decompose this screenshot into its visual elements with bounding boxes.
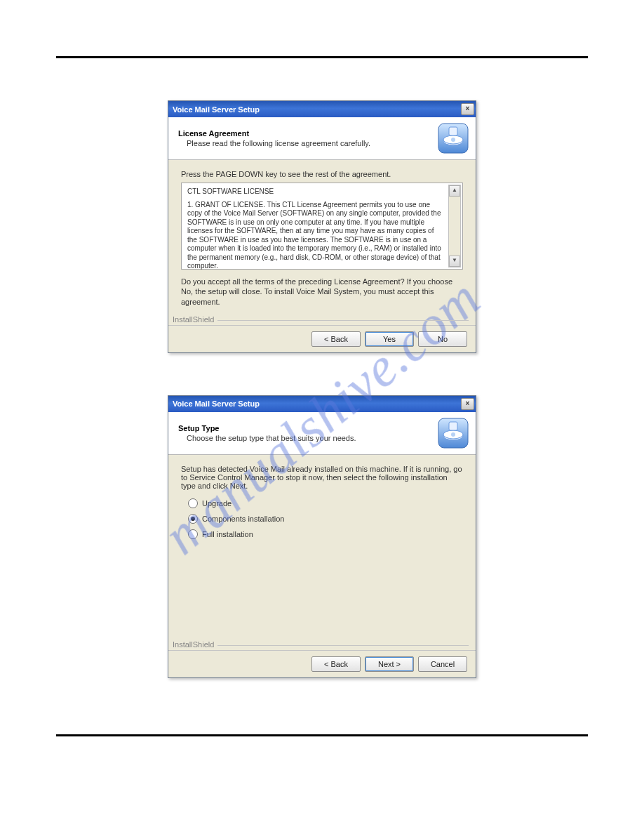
close-icon[interactable]: × [461,398,474,410]
radio-icon[interactable] [188,498,198,508]
header-subtitle: Choose the setup type that best suits yo… [187,434,356,442]
next-button[interactable]: Next > [365,656,414,672]
installer-disc-icon [438,418,469,449]
radio-label: Full installation [202,530,253,538]
installshield-brand: InstallShield [168,640,476,650]
radio-icon[interactable] [188,529,198,539]
license-body-text: 1. GRANT OF LICENSE. This CTL License Ag… [187,201,443,271]
scroll-down-icon[interactable]: ▼ [449,256,460,267]
svg-rect-9 [449,422,457,430]
header-title: Setup Type [178,424,356,432]
back-button[interactable]: < Back [311,656,361,672]
yes-button[interactable]: Yes [365,331,414,347]
svg-point-8 [451,432,455,437]
scroll-up-icon[interactable]: ▲ [449,185,460,197]
radio-label: Components installation [202,515,284,523]
radio-item-components[interactable]: Components installation [188,514,463,524]
titlebar[interactable]: Voice Mail Server Setup × [168,101,476,117]
installshield-brand: InstallShield [168,315,476,325]
radio-label: Upgrade [202,499,232,508]
dialog-body: Press the PAGE DOWN key to see the rest … [168,160,476,315]
accept-question-text: Do you accept all the terms of the prece… [181,277,463,307]
wizard-header: License Agreement Please read the follow… [168,117,476,160]
page-down-instruction: Press the PAGE DOWN key to see the rest … [181,170,463,178]
top-horizontal-rule [56,56,588,58]
scrollbar[interactable]: ▲ ▼ [448,185,461,267]
installer-disc-icon [438,123,469,154]
license-agreement-dialog: Voice Mail Server Setup × License Agreem… [168,100,476,353]
titlebar[interactable]: Voice Mail Server Setup × [168,396,476,412]
radio-item-upgrade[interactable]: Upgrade [188,498,463,508]
license-text-box[interactable]: CTL SOFTWARE LICENSE 1. GRANT OF LICENSE… [181,183,463,270]
radio-item-full[interactable]: Full installation [188,529,463,539]
window-title: Voice Mail Server Setup [173,105,260,114]
close-icon[interactable]: × [461,103,474,115]
document-page: Voice Mail Server Setup × License Agreem… [0,0,644,764]
install-type-radio-group: Upgrade Components installation Full ins… [188,498,463,539]
radio-icon[interactable] [188,514,198,524]
back-button[interactable]: < Back [311,331,361,347]
dialog-body: Setup has detected Voice Mail already in… [168,455,476,640]
license-heading: CTL SOFTWARE LICENSE [187,187,443,197]
wizard-header: Setup Type Choose the setup type that be… [168,412,476,455]
setup-type-dialog: Voice Mail Server Setup × Setup Type Cho… [168,395,476,678]
body-spacer [181,545,463,636]
button-row: < Back Yes No [168,325,476,352]
svg-rect-4 [449,127,457,135]
bottom-horizontal-rule [56,734,588,736]
header-title: License Agreement [178,129,370,138]
detected-installed-instruction: Setup has detected Voice Mail already in… [181,465,463,490]
header-subtitle: Please read the following license agreem… [187,139,370,147]
button-row: < Back Next > Cancel [168,650,476,677]
window-title: Voice Mail Server Setup [173,399,260,408]
svg-point-3 [451,138,455,142]
no-button[interactable]: No [418,331,467,347]
cancel-button[interactable]: Cancel [418,656,467,672]
